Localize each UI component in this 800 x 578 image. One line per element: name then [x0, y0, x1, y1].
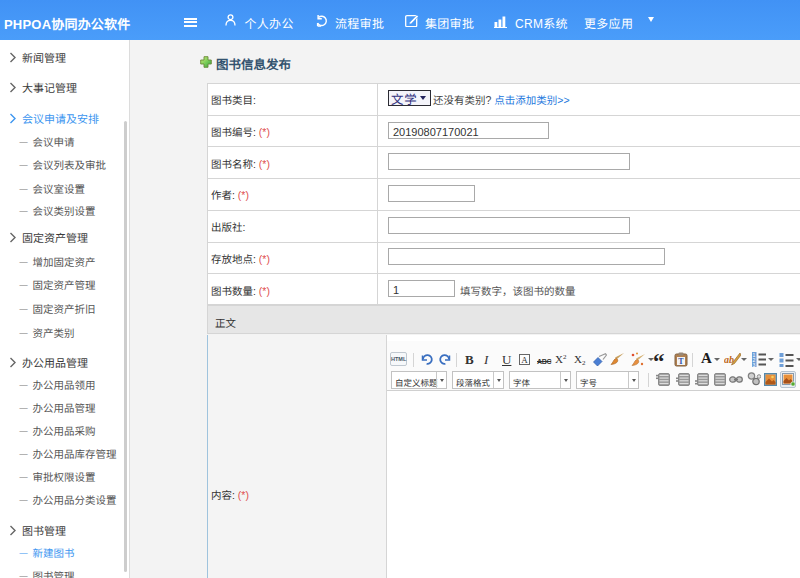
svg-text:3: 3 — [753, 361, 756, 367]
svg-text:T: T — [678, 357, 684, 366]
